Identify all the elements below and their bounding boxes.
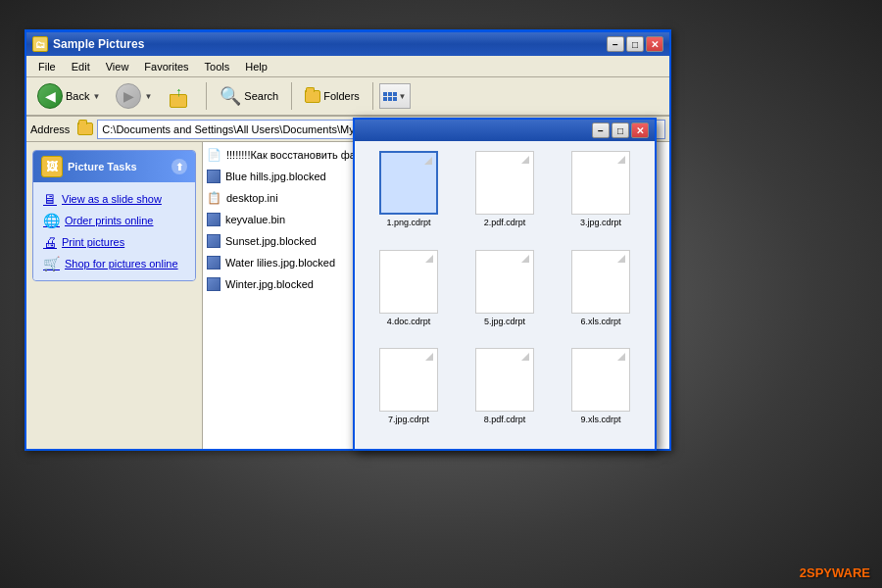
thumb-item-3[interactable]: 4.doc.cdrpt xyxy=(365,250,453,341)
file-name-4: Sunset.jpg.blocked xyxy=(225,235,317,247)
menu-bar: File Edit View Favorites Tools Help xyxy=(26,56,669,77)
back-label: Back xyxy=(66,90,89,102)
task-shop[interactable]: 🛒 Shop for pictures online xyxy=(33,253,195,274)
folders-label: Folders xyxy=(323,90,360,102)
task-order-prints-label: Order prints online xyxy=(65,215,154,226)
window-title: Sample Pictures xyxy=(53,37,607,51)
thumb-grid: 1.png.cdrpt 2.pdf.cdrpt 3.jpg.cdrpt 4.do… xyxy=(355,141,655,449)
thumb-label-4: 5.jpg.cdrpt xyxy=(484,317,525,326)
search-label: Search xyxy=(244,90,278,102)
shop-icon: 🛒 xyxy=(43,256,60,271)
thumb-item-5[interactable]: 6.xls.cdrpt xyxy=(557,250,645,341)
thumb-img-4 xyxy=(475,250,534,314)
forward-icon: ▶ xyxy=(116,83,141,109)
task-body: 🖥 View as a slide show 🌐 Order prints on… xyxy=(33,182,195,280)
toolbar: ◀ Back ▼ ▶ ▼ ↑ 🔍 Search Folders xyxy=(26,77,669,117)
thumb-label-8: 9.xls.cdrpt xyxy=(580,415,620,424)
view-grid-icon xyxy=(383,92,397,101)
title-bar: 🗂 Sample Pictures − □ ✕ xyxy=(26,32,669,56)
file-icon-blocked-5 xyxy=(207,256,220,270)
thumb-label-5: 6.xls.cdrpt xyxy=(580,317,620,326)
task-slideshow-label: View as a slide show xyxy=(62,193,162,205)
task-shop-label: Shop for pictures online xyxy=(65,258,178,270)
menu-file[interactable]: File xyxy=(30,59,64,74)
file-name-3: keyvalue.bin xyxy=(225,214,285,225)
search-icon: 🔍 xyxy=(220,85,241,107)
view-button[interactable]: ▼ xyxy=(379,83,411,109)
thumbnail-window: − □ ✕ 1.png.cdrpt 2.pdf.cdrpt 3.jpg.cdrp… xyxy=(353,118,657,451)
thumb-title-buttons: − □ ✕ xyxy=(592,122,649,138)
back-button[interactable]: ◀ Back ▼ xyxy=(30,79,107,113)
toolbar-separator-2 xyxy=(291,82,292,110)
thumb-img-2 xyxy=(571,151,630,215)
menu-favorites[interactable]: Favorites xyxy=(136,59,196,74)
file-name-1: Blue hills.jpg.blocked xyxy=(225,171,326,182)
picture-tasks-title: Picture Tasks xyxy=(68,161,137,172)
file-name-5: Water lilies.jpg.blocked xyxy=(225,257,335,269)
thumb-item-0[interactable]: 1.png.cdrpt xyxy=(365,151,453,242)
thumb-item-1[interactable]: 2.pdf.cdrpt xyxy=(461,151,549,242)
menu-help[interactable]: Help xyxy=(237,59,275,74)
thumb-maximize-button[interactable]: □ xyxy=(612,122,629,138)
thumb-minimize-button[interactable]: − xyxy=(592,122,610,138)
order-prints-icon: 🌐 xyxy=(43,213,60,228)
toolbar-separator-3 xyxy=(372,82,373,110)
slideshow-icon: 🖥 xyxy=(43,191,57,207)
thumb-item-4[interactable]: 5.jpg.cdrpt xyxy=(461,250,549,341)
task-slideshow[interactable]: 🖥 View as a slide show xyxy=(33,188,195,210)
file-icon-blocked-3 xyxy=(207,213,220,226)
thumb-label-1: 2.pdf.cdrpt xyxy=(484,218,526,227)
thumb-label-0: 1.png.cdrpt xyxy=(386,218,430,227)
folders-icon xyxy=(305,90,320,103)
up-button[interactable]: ↑ xyxy=(161,80,200,112)
thumb-img-0 xyxy=(379,151,438,215)
thumb-item-7[interactable]: 8.pdf.cdrpt xyxy=(461,348,549,439)
task-print-label: Print pictures xyxy=(62,236,124,248)
thumb-label-2: 3.jpg.cdrpt xyxy=(580,218,621,227)
maximize-button[interactable]: □ xyxy=(626,36,644,52)
back-dropdown-arrow: ▼ xyxy=(92,92,100,101)
thumb-img-3 xyxy=(379,250,438,314)
thumb-item-2[interactable]: 3.jpg.cdrpt xyxy=(557,151,645,242)
thumb-label-7: 8.pdf.cdrpt xyxy=(484,415,526,424)
thumb-close-button[interactable]: ✕ xyxy=(631,122,649,138)
address-label: Address xyxy=(30,123,74,135)
toolbar-separator-1 xyxy=(206,82,207,110)
menu-view[interactable]: View xyxy=(98,59,137,74)
window-icon: 🗂 xyxy=(32,36,48,52)
folders-button[interactable]: Folders xyxy=(298,86,367,107)
thumb-label-3: 4.doc.cdrpt xyxy=(387,317,431,326)
file-icon-txt: 📄 xyxy=(207,148,221,162)
close-button[interactable]: ✕ xyxy=(646,36,663,52)
file-icon-blocked-1 xyxy=(207,170,220,183)
menu-tools[interactable]: Tools xyxy=(197,59,238,74)
thumb-label-6: 7.jpg.cdrpt xyxy=(388,415,429,424)
file-icon-blocked-6 xyxy=(207,277,220,291)
thumb-item-8[interactable]: 9.xls.cdrpt xyxy=(557,348,645,439)
forward-button[interactable]: ▶ ▼ xyxy=(109,79,159,113)
view-dropdown-arrow: ▼ xyxy=(398,92,406,101)
task-order-prints[interactable]: 🌐 Order prints online xyxy=(33,210,195,231)
back-icon: ◀ xyxy=(37,83,63,109)
minimize-button[interactable]: − xyxy=(607,36,624,52)
up-arrow-icon: ↑ xyxy=(175,84,182,99)
file-name-2: desktop.ini xyxy=(226,192,278,204)
picture-tasks-section: 🖼 Picture Tasks ⬆ 🖥 View as a slide show… xyxy=(32,150,196,281)
thumb-window-titlebar: − □ ✕ xyxy=(355,120,655,141)
thumb-img-6 xyxy=(379,348,438,412)
fwd-dropdown-arrow: ▼ xyxy=(144,92,152,101)
print-icon: 🖨 xyxy=(43,234,57,250)
thumb-img-5 xyxy=(571,250,630,314)
address-folder-icon xyxy=(77,122,93,135)
search-button[interactable]: 🔍 Search xyxy=(213,81,285,111)
thumb-img-8 xyxy=(571,348,630,412)
picture-tasks-header: 🖼 Picture Tasks ⬆ xyxy=(33,151,195,182)
collapse-button[interactable]: ⬆ xyxy=(172,159,187,174)
file-name-6: Winter.jpg.blocked xyxy=(225,278,314,290)
thumb-item-6[interactable]: 7.jpg.cdrpt xyxy=(365,348,453,439)
task-print[interactable]: 🖨 Print pictures xyxy=(33,231,195,253)
watermark: 2SPYWARE xyxy=(800,565,870,580)
menu-edit[interactable]: Edit xyxy=(64,59,98,74)
thumb-img-1 xyxy=(475,151,534,215)
file-icon-ini: 📋 xyxy=(207,191,221,205)
